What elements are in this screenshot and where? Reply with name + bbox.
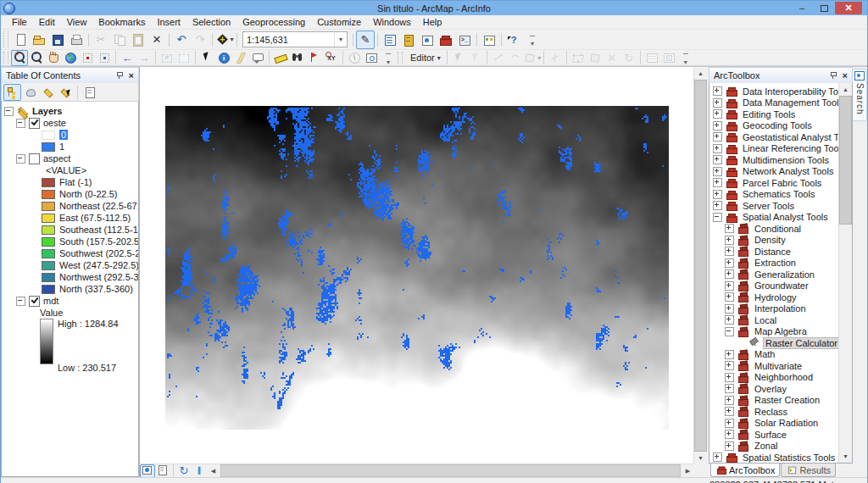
expand-icon[interactable] [713,109,722,119]
select-features-button[interactable] [159,50,175,66]
toolbox-item-surface[interactable]: Surface [709,429,838,441]
refresh-view-button[interactable]: ↻ [176,464,192,478]
toc-row-west-247-5-292-5[interactable]: West (247.5-292.5) [2,259,138,271]
toolbox-item-server-tools[interactable]: Server Tools [709,200,838,212]
toolbar-overflow-button[interactable]: ▾ [523,31,542,49]
html-popup-button[interactable] [249,50,266,66]
expand-icon[interactable] [725,407,734,416]
expand-icon[interactable] [725,224,734,233]
scroll-left-icon[interactable]: ◀ [207,464,220,477]
collapse-icon[interactable] [713,213,722,222]
scroll-down-icon[interactable]: ▼ [694,452,707,464]
menu-help[interactable]: Help [417,16,448,28]
map-raster[interactable] [165,106,669,430]
scroll-thumb[interactable] [839,96,852,225]
toc-row-south-157-5-202-5[interactable]: South (157.5-202.5) [2,236,138,247]
expand-icon[interactable] [725,350,734,359]
toolbox-item-data-management-tools[interactable]: Data Management Tools [709,97,838,109]
menu-customize[interactable]: Customize [311,16,367,28]
collapse-icon[interactable] [16,154,25,164]
find-button[interactable] [289,50,306,66]
menu-view[interactable]: View [61,16,93,28]
toc-row-northwest-292-5-337-5[interactable]: Northwest (292.5-337.5) [2,271,138,283]
fixed-zoom-in-button[interactable] [79,50,96,66]
toolbox-item-interpolation[interactable]: Interpolation [709,303,838,315]
menu-bookmarks[interactable]: Bookmarks [92,16,151,28]
expand-icon[interactable] [725,304,734,314]
delete-button[interactable]: ✕ [147,31,166,49]
toolbox-item-zonal[interactable]: Zonal [709,441,838,452]
toc-row-southwest-202-5-247-5[interactable]: Southwest (202.5-247.5) [2,247,138,259]
undo-button[interactable]: ↶ [172,31,191,49]
list-by-source-button[interactable] [21,84,39,101]
table-of-contents-window-button[interactable] [381,31,399,49]
point-tool-button[interactable] [547,50,564,66]
identify-button[interactable]: i [215,50,232,66]
toolbox-item-hydrology[interactable]: Hydrology [709,291,838,303]
pan-button[interactable] [45,50,62,66]
toolbox-item-solar-radiation[interactable]: Solar Radiation [709,418,838,430]
toc-row-1[interactable]: 1 [2,141,138,153]
toc-options-button[interactable] [81,84,98,101]
find-route-button[interactable] [306,50,323,66]
toc-row-flat-1[interactable]: Flat (-1) [2,176,138,188]
toolbox-item-extraction[interactable]: Extraction [709,258,838,269]
expand-icon[interactable] [725,258,734,268]
toc-row-north-337-5-360[interactable]: North (337.5-360) [2,283,138,295]
expand-icon[interactable] [725,396,734,405]
collapse-icon[interactable] [16,119,25,128]
whats-this-button[interactable]: ? [504,31,523,49]
expand-icon[interactable] [713,98,722,108]
toolbox-item-data-interoperability-tools[interactable]: Data Interoperability Tools [709,86,838,97]
expand-icon[interactable] [725,419,734,428]
rotate-tool-button[interactable]: ↻ [620,50,637,66]
arctoolbox-close-icon[interactable]: × [841,71,849,80]
toolbox-item-spatial-statistics-tools[interactable]: Spatial Statistics Tools [709,452,838,463]
expand-icon[interactable] [725,361,734,370]
expand-icon[interactable] [725,269,734,279]
pin-icon[interactable] [829,71,837,80]
pin-icon[interactable] [115,71,124,80]
toc-row-southeast-112-5-157-5[interactable]: Southeast (112.5-157.5) [2,224,138,236]
expand-icon[interactable] [713,86,722,96]
clear-selection-button[interactable] [175,50,192,66]
toc-row-oeste[interactable]: oeste [2,117,138,129]
expand-icon[interactable] [725,373,734,382]
toolbox-item-geocoding-tools[interactable]: Geocoding Tools [709,120,838,132]
expand-icon[interactable] [725,247,734,256]
toc-row-0[interactable]: 0 [2,129,138,141]
edit-pencil-button[interactable]: ✎ [356,31,375,49]
search-window-button[interactable] [418,31,437,49]
scroll-up-icon[interactable]: ▲ [839,83,852,96]
collapse-icon[interactable] [16,297,25,306]
toc-row-east-67-5-112-5[interactable]: East (67.5-112.5) [2,212,138,224]
menu-windows[interactable]: Windows [367,16,417,28]
toc-row-layers[interactable]: Layers [2,105,138,117]
edit-tool-button[interactable] [450,50,467,66]
expand-icon[interactable] [725,292,734,302]
toolbox-item-multivariate[interactable]: Multivariate [709,360,838,372]
scale-dropdown-icon[interactable]: ▾ [334,32,347,47]
toolbox-item-spatial-analyst-tools[interactable]: Spatial Analyst Tools [709,212,838,224]
expand-icon[interactable] [713,201,722,210]
toolbox-item-linear-referencing-tools[interactable]: Linear Referencing Tools [709,143,838,155]
layout-view-button[interactable] [155,464,170,478]
list-by-selection-button[interactable] [57,84,75,101]
redo-button[interactable]: ↷ [191,31,209,49]
print-button[interactable] [67,31,86,49]
expand-icon[interactable] [725,430,734,439]
toolbox-item-geostatistical-analyst-tools[interactable]: Geostatistical Analyst Tools [709,131,838,143]
toolbox-item-multidimension-tools[interactable]: Multidimension Tools [709,154,838,166]
arctoolbox-scrollbar[interactable]: ▲ ▼ [838,83,852,463]
toolbox-item-map-algebra[interactable]: Map Algebra [709,326,838,338]
map-vertical-scrollbar[interactable]: ▲ ▼ [693,67,707,464]
expand-icon[interactable] [713,178,722,187]
toolbox-item-schematics-tools[interactable]: Schematics Tools [709,189,838,201]
toolbox-item-density[interactable]: Density [709,235,838,247]
toolbox-item-raster-creation[interactable]: Raster Creation [709,395,838,407]
expand-icon[interactable] [713,167,722,176]
hyperlink-button[interactable] [232,50,249,66]
toc-close-icon[interactable]: × [127,71,136,80]
attributes-button[interactable] [643,50,660,66]
collapse-icon[interactable] [725,327,734,336]
